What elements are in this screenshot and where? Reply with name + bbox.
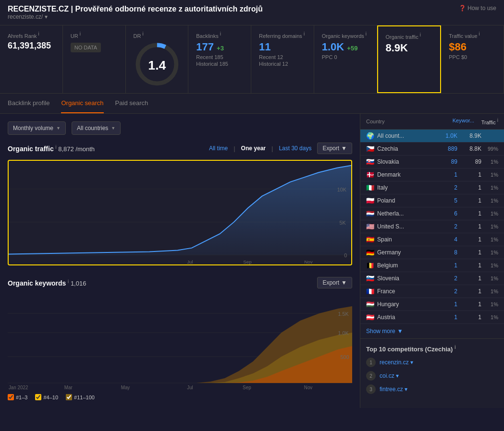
info-icon-referring[interactable]: i [304, 31, 305, 36]
country-traffic: 1 [457, 223, 481, 230]
country-traffic: 1 [457, 236, 481, 243]
country-pct: 1% [481, 198, 498, 204]
competitor-link[interactable]: recenzin.cz ▾ [380, 359, 413, 366]
country-traffic: 1 [457, 210, 481, 217]
country-pct: 1% [481, 263, 498, 268]
country-keywords: 2 [429, 275, 457, 282]
country-name: 🇩🇪 Germany [366, 249, 429, 256]
keywords-chart-svg: 1.5K 1.0K 500 Jan 2022 Mar May Jul Sep N… [8, 294, 352, 390]
show-more-chevron-icon: ▼ [397, 328, 403, 335]
site-subtitle[interactable]: recenziste.cz/ ▾ [8, 13, 263, 20]
country-row[interactable]: 🇭🇺 Hungary 1 1 1% [360, 298, 504, 311]
country-row[interactable]: 🇪🇸 Spain 4 1 1% [360, 233, 504, 246]
competitor-link[interactable]: coi.cz ▾ [380, 372, 399, 379]
metric-traffic-value: Traffic value i $86 PPC $0 [441, 25, 504, 93]
competitors-title: Top 10 competitors (Czechia) i [366, 345, 498, 353]
organic-keywords-title: Organic keywords [8, 279, 66, 287]
metric-organic-traffic: Organic traffic i 8.9K [377, 25, 442, 93]
info-icon-ok[interactable]: i [68, 279, 69, 284]
info-icon-traffic-value[interactable]: i [479, 31, 480, 36]
country-pct: 1% [481, 211, 498, 216]
country-name: 🇪🇸 Spain [366, 236, 429, 243]
organic-traffic-title-group: Organic traffic i 8,872 /month [8, 144, 95, 153]
country-row[interactable]: 🇮🇹 Italy 2 1 1% [360, 181, 504, 194]
country-row[interactable]: 🇸🇮 Slovenia 2 1 1% [360, 272, 504, 285]
info-icon-dr[interactable]: i [142, 31, 143, 36]
info-icon-organic-traffic[interactable]: i [420, 32, 421, 37]
country-keywords: 1 [429, 301, 457, 308]
country-pct: 99% [481, 146, 498, 152]
info-icon-ur[interactable]: i [80, 31, 81, 36]
country-rows-container: 🌍 All count... 1.0K 8.9K 🇨🇿 Czechia 889 … [360, 130, 504, 324]
tab-paid-search[interactable]: Paid search [115, 94, 148, 113]
info-icon-organic-kw[interactable]: i [366, 31, 367, 36]
countries-dropdown[interactable]: All countries [72, 121, 121, 135]
country-row[interactable]: 🇵🇱 Poland 5 1 1% [360, 194, 504, 207]
metric-traffic-value-label: Traffic value i [449, 31, 496, 39]
organic-keywords-title-group: Organic keywords i 1,016 [8, 279, 86, 287]
legend-checkbox-4-10[interactable] [35, 394, 41, 400]
svg-text:Jan 2022: Jan 2022 [9, 385, 28, 390]
legend-checkbox-11-100[interactable] [66, 394, 72, 400]
metric-organic-kw-sub1: PPC 0 [322, 54, 369, 60]
info-icon-backlinks[interactable]: i [220, 31, 221, 36]
header: RECENZISTE.CZ | Prověřené odborné recenz… [0, 0, 504, 25]
legend-item-11-100[interactable]: #11–100 [66, 394, 95, 400]
export-kw-chevron-icon: ▼ [341, 279, 347, 286]
country-flag: 🇳🇱 [366, 210, 374, 217]
country-flag: 🇩🇪 [366, 249, 374, 256]
competitor-number: 3 [366, 384, 376, 394]
organic-traffic-section: Organic traffic i 8,872 /month All time … [8, 143, 352, 265]
country-traffic: 1 [457, 314, 481, 321]
country-row[interactable]: 🇩🇰 Denmark 1 1 1% [360, 168, 504, 181]
country-traffic: 89 [457, 158, 481, 165]
country-row[interactable]: 🇧🇪 Belgium 1 1 1% [360, 259, 504, 272]
organic-traffic-header: Organic traffic i 8,872 /month All time … [8, 143, 352, 154]
country-keywords: 8 [429, 249, 457, 256]
time-last-30[interactable]: Last 30 days [279, 145, 311, 152]
volume-dropdown[interactable]: Monthly volume [8, 121, 66, 135]
competitor-item: 1 recenzin.cz ▾ [366, 358, 498, 367]
tab-organic-search[interactable]: Organic search [61, 94, 103, 113]
info-icon-ot[interactable]: i [55, 144, 56, 150]
time-all[interactable]: All time [209, 145, 228, 152]
country-flag: 🇦🇹 [366, 313, 374, 321]
info-icon-competitors[interactable]: i [455, 345, 456, 350]
competitor-link[interactable]: fintree.cz ▾ [380, 386, 407, 393]
country-row[interactable]: 🇦🇹 Austria 1 1 1% [360, 311, 504, 324]
legend-checkbox-1-3[interactable] [8, 394, 14, 400]
time-one-year[interactable]: One year [241, 145, 266, 152]
organic-traffic-chart: 10K 5K 0 Jul Sep Nov [8, 160, 352, 265]
country-name: 🇩🇰 Denmark [366, 171, 429, 179]
country-row[interactable]: 🇺🇸 United S... 2 1 1% [360, 220, 504, 233]
export-chevron-icon: ▼ [341, 145, 347, 152]
legend-item-4-10[interactable]: #4–10 [35, 394, 58, 400]
country-row[interactable]: 🌍 All count... 1.0K 8.9K [360, 130, 504, 143]
volume-dropdown-label: Monthly volume [13, 125, 53, 132]
country-row[interactable]: 🇳🇱 Netherla... 6 1 1% [360, 207, 504, 220]
export-button-keywords[interactable]: Export ▼ [317, 277, 352, 288]
tab-backlink-profile[interactable]: Backlink profile [8, 94, 49, 113]
show-more-button[interactable]: Show more ▼ [360, 324, 504, 338]
country-row[interactable]: 🇩🇪 Germany 8 1 1% [360, 246, 504, 259]
country-flag: 🇸🇰 [366, 158, 374, 166]
svg-text:0: 0 [344, 253, 347, 259]
main-content: Monthly volume All countries Organic tra… [0, 114, 504, 408]
country-row[interactable]: 🇸🇰 Slovakia 89 89 1% [360, 156, 504, 168]
info-icon-ahrefs[interactable]: i [38, 31, 39, 36]
country-traffic: 1 [457, 262, 481, 269]
legend-item-1-3[interactable]: #1–3 [8, 394, 27, 400]
metric-referring-sub2: Historical 12 [259, 61, 306, 67]
how-to-use-link[interactable]: ❓ How to use [459, 5, 496, 12]
metric-ur-label: UR i [71, 31, 118, 39]
country-traffic: 1 [457, 171, 481, 178]
country-row[interactable]: 🇨🇿 Czechia 889 8.8K 99% [360, 143, 504, 156]
export-button-traffic[interactable]: Export ▼ [317, 143, 352, 154]
info-icon-traffic-col[interactable]: i [497, 118, 498, 123]
competitor-item: 2 coi.cz ▾ [366, 371, 498, 381]
country-traffic: 1 [457, 184, 481, 191]
legend-label-4-10: #4–10 [43, 395, 58, 400]
competitor-number: 1 [366, 358, 376, 367]
country-row[interactable]: 🇫🇷 France 2 1 1% [360, 285, 504, 298]
country-traffic: 1 [457, 197, 481, 204]
